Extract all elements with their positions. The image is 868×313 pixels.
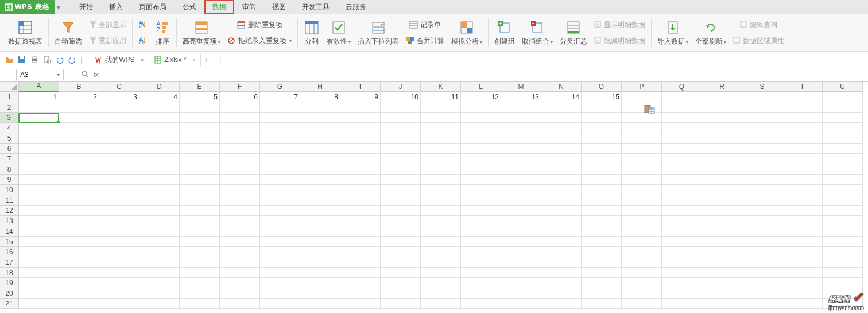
- cell[interactable]: [823, 237, 863, 247]
- subtotal-button[interactable]: 分类汇总: [556, 16, 591, 50]
- cell[interactable]: [421, 299, 461, 309]
- cell[interactable]: [220, 226, 260, 237]
- cell[interactable]: [541, 216, 582, 226]
- cell[interactable]: [582, 185, 622, 195]
- cell[interactable]: [59, 102, 99, 113]
- cell[interactable]: [59, 144, 99, 154]
- cell[interactable]: [461, 133, 501, 144]
- cell[interactable]: [461, 195, 501, 206]
- cell[interactable]: [782, 278, 823, 288]
- cell[interactable]: [461, 164, 501, 175]
- row-header[interactable]: 10: [0, 185, 19, 195]
- cell[interactable]: [782, 257, 823, 268]
- cell[interactable]: [501, 237, 541, 247]
- cell[interactable]: [180, 154, 220, 164]
- cell[interactable]: [140, 278, 180, 288]
- cell[interactable]: [260, 102, 300, 113]
- col-header[interactable]: N: [541, 82, 582, 92]
- close-icon[interactable]: ×: [140, 56, 144, 63]
- cell[interactable]: [381, 175, 421, 185]
- cell[interactable]: 13: [501, 92, 541, 102]
- cell[interactable]: [782, 164, 823, 175]
- row-header[interactable]: 12: [0, 206, 19, 216]
- cell[interactable]: [582, 164, 622, 175]
- cell[interactable]: [782, 133, 823, 144]
- row-header[interactable]: 17: [0, 257, 19, 268]
- col-header[interactable]: G: [260, 82, 300, 92]
- cell[interactable]: [220, 288, 260, 299]
- cell[interactable]: [742, 206, 782, 216]
- cell[interactable]: [782, 185, 823, 195]
- cell[interactable]: [59, 299, 99, 309]
- cell[interactable]: [461, 237, 501, 247]
- cell[interactable]: [622, 144, 662, 154]
- cell[interactable]: [541, 133, 582, 144]
- cell[interactable]: [461, 185, 501, 195]
- cell[interactable]: [99, 144, 140, 154]
- cell[interactable]: [99, 102, 140, 113]
- edit-query-button[interactable]: 编辑查询: [740, 17, 777, 33]
- cell[interactable]: 6: [220, 92, 260, 102]
- cell[interactable]: [742, 237, 782, 247]
- cell[interactable]: [501, 268, 541, 278]
- cell[interactable]: [461, 288, 501, 299]
- cell[interactable]: [59, 185, 99, 195]
- cell[interactable]: [19, 226, 59, 237]
- cell[interactable]: 15: [582, 92, 622, 102]
- cell[interactable]: [662, 113, 702, 123]
- cell[interactable]: [99, 257, 140, 268]
- cell[interactable]: [180, 175, 220, 185]
- cell[interactable]: [582, 247, 622, 257]
- cell[interactable]: [582, 113, 622, 123]
- cell[interactable]: [381, 257, 421, 268]
- tab-view[interactable]: 视图: [264, 0, 294, 14]
- cell[interactable]: [421, 237, 461, 247]
- col-header[interactable]: F: [220, 82, 260, 92]
- cell[interactable]: [381, 247, 421, 257]
- row-header[interactable]: 9: [0, 175, 19, 185]
- col-header[interactable]: U: [823, 82, 863, 92]
- whatif-button[interactable]: 模拟分析▾: [448, 16, 486, 50]
- cell[interactable]: [622, 185, 662, 195]
- cell[interactable]: [260, 154, 300, 164]
- fx-icon[interactable]: fx: [94, 71, 99, 79]
- cell[interactable]: [782, 226, 823, 237]
- row-header[interactable]: 3: [0, 113, 19, 123]
- cell[interactable]: [461, 154, 501, 164]
- cell[interactable]: [381, 226, 421, 237]
- cell[interactable]: [501, 226, 541, 237]
- cell[interactable]: [381, 154, 421, 164]
- print-preview-icon[interactable]: [42, 55, 52, 64]
- cell[interactable]: [300, 133, 340, 144]
- validity-button[interactable]: 有效性▾: [323, 16, 354, 50]
- showall-button[interactable]: 全部显示: [89, 17, 126, 33]
- cell[interactable]: [140, 299, 180, 309]
- tab-cloud[interactable]: 云服务: [338, 0, 374, 14]
- cell[interactable]: [501, 299, 541, 309]
- cell[interactable]: [742, 102, 782, 113]
- cell[interactable]: [501, 195, 541, 206]
- cell[interactable]: [421, 257, 461, 268]
- cell[interactable]: [340, 257, 381, 268]
- cell[interactable]: [823, 247, 863, 257]
- cell[interactable]: [582, 123, 622, 133]
- cell[interactable]: [140, 237, 180, 247]
- cell[interactable]: [662, 216, 702, 226]
- cell[interactable]: [702, 216, 742, 226]
- cell[interactable]: [501, 175, 541, 185]
- cell[interactable]: [260, 268, 300, 278]
- tab-insert[interactable]: 插入: [101, 0, 131, 14]
- cell[interactable]: [180, 113, 220, 123]
- cell[interactable]: [662, 92, 702, 102]
- cell[interactable]: [421, 226, 461, 237]
- cell[interactable]: [300, 268, 340, 278]
- cell[interactable]: [662, 123, 702, 133]
- row-header[interactable]: 20: [0, 288, 19, 299]
- cell[interactable]: [140, 113, 180, 123]
- col-header[interactable]: A: [19, 82, 59, 92]
- cell[interactable]: [19, 288, 59, 299]
- cell[interactable]: [19, 237, 59, 247]
- sort-desc-button[interactable]: ZA: [138, 33, 148, 49]
- cell[interactable]: [461, 247, 501, 257]
- cell[interactable]: [421, 102, 461, 113]
